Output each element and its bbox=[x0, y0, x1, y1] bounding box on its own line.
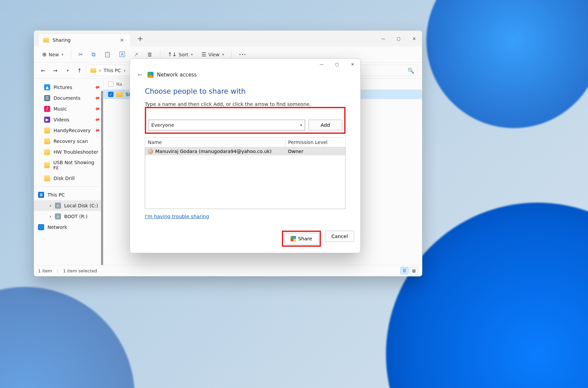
tiles-view-button[interactable]: ▦ bbox=[410, 267, 418, 274]
share-icon: ↗ bbox=[134, 51, 138, 58]
up-button[interactable]: ↑ bbox=[74, 65, 85, 76]
explorer-sidebar: ▲Pictures📌 ☰Documents📌 ♪Music📌 ▶Videos📌 … bbox=[34, 79, 103, 265]
sidebar-item-network[interactable]: ›🌐Network bbox=[34, 222, 103, 233]
tab-close-button[interactable]: ✕ bbox=[118, 37, 126, 43]
cut-button[interactable]: ✂ bbox=[75, 49, 86, 60]
sidebar-item-folder[interactable]: Recovery scan bbox=[34, 136, 103, 147]
trouble-sharing-link[interactable]: I'm having trouble sharing bbox=[145, 214, 346, 219]
paste-button[interactable]: 📋 bbox=[101, 49, 114, 60]
chevron-right-icon: › bbox=[37, 225, 39, 230]
chevron-down-icon: ▾ bbox=[300, 123, 302, 127]
sidebar-item-folder[interactable]: Disk Drill bbox=[34, 173, 103, 184]
sidebar-item-label: This PC bbox=[47, 192, 65, 198]
new-button[interactable]: ⊕New▾ bbox=[39, 49, 67, 60]
dialog-close-button[interactable]: ✕ bbox=[345, 59, 360, 70]
cut-icon: ✂ bbox=[78, 51, 83, 58]
minimize-button[interactable]: — bbox=[375, 32, 391, 46]
window-caption-buttons: — ▢ ✕ bbox=[375, 32, 422, 46]
column-name[interactable]: Name bbox=[145, 138, 286, 147]
sidebar-item-label: Documents bbox=[54, 95, 80, 101]
sidebar-item-documents[interactable]: ☰Documents📌 bbox=[34, 93, 103, 103]
sidebar-item-drive[interactable]: ›⌾Local Disk (C:) bbox=[34, 200, 103, 211]
chevron-down-icon: ▾ bbox=[222, 53, 224, 56]
explorer-tab[interactable]: Sharing ✕ bbox=[38, 33, 131, 47]
music-icon: ♪ bbox=[44, 106, 50, 112]
search-input[interactable]: 🔍 bbox=[351, 65, 418, 76]
dialog-caption: — ▢ ✕ bbox=[130, 59, 360, 70]
chevron-right-icon: › bbox=[50, 214, 52, 219]
tab-title: Sharing bbox=[53, 37, 115, 43]
back-button[interactable]: ← bbox=[38, 65, 48, 76]
folder-icon bbox=[44, 175, 50, 181]
people-combobox[interactable]: Everyone ▾ bbox=[148, 120, 305, 130]
overflow-button[interactable]: ··· bbox=[236, 50, 250, 59]
view-switcher: ☰ ▦ bbox=[400, 267, 418, 274]
folder-icon bbox=[43, 38, 49, 42]
breadcrumb-root[interactable]: This PC bbox=[104, 68, 121, 73]
dialog-maximize-button[interactable]: ▢ bbox=[329, 59, 345, 70]
share-label: Share bbox=[298, 236, 312, 241]
folder-icon bbox=[90, 68, 96, 73]
chevron-down-icon: ▾ bbox=[67, 68, 69, 73]
sort-label: Sort bbox=[179, 52, 189, 57]
user-icon bbox=[148, 149, 153, 154]
sidebar-item-folder[interactable]: USB Not Showing Fil bbox=[34, 157, 103, 173]
chevron-down-icon: ▾ bbox=[191, 53, 193, 56]
dialog-title: Network access bbox=[157, 72, 197, 78]
details-view-button[interactable]: ☰ bbox=[400, 267, 409, 274]
rename-icon: 🄰 bbox=[120, 51, 125, 58]
sort-icon: ↑↓ bbox=[168, 51, 177, 58]
paste-icon: 📋 bbox=[104, 51, 111, 58]
explorer-statusbar: 1 item | 1 item selected ☰ ▦ bbox=[34, 265, 422, 276]
sidebar-item-videos[interactable]: ▶Videos📌 bbox=[34, 114, 103, 125]
dialog-minimize-button[interactable]: — bbox=[314, 59, 329, 70]
sidebar-item-label: Videos bbox=[54, 117, 69, 122]
videos-icon: ▶ bbox=[44, 117, 50, 123]
scrollbar-thumb[interactable] bbox=[101, 91, 103, 265]
disk-icon: ⌾ bbox=[55, 213, 61, 219]
add-button[interactable]: Add bbox=[308, 120, 342, 130]
chevron-down-icon: ⌄ bbox=[37, 192, 41, 197]
tutorial-highlight: Everyone ▾ Add bbox=[145, 107, 346, 134]
sidebar-item-folder[interactable]: HW Troubleshooter bbox=[34, 147, 103, 157]
pin-icon: 📌 bbox=[94, 116, 100, 123]
checkbox-checked-icon[interactable]: ✓ bbox=[108, 92, 113, 97]
sidebar-item-this-pc[interactable]: ⌄🖥This PC bbox=[34, 189, 103, 200]
combo-value: Everyone bbox=[151, 122, 174, 128]
table-row[interactable]: Manuviraj Godara (manugodara94@yahoo.co.… bbox=[145, 147, 346, 156]
sidebar-item-folder[interactable]: HandyRecovery📌 bbox=[34, 125, 103, 136]
status-selected-count: 1 item selected bbox=[63, 268, 97, 273]
recent-button[interactable]: ▾ bbox=[62, 65, 72, 76]
status-item-count: 1 item bbox=[38, 268, 52, 273]
view-label: View bbox=[208, 52, 220, 57]
dialog-footer: Share Cancel bbox=[130, 227, 360, 253]
pin-icon: 📌 bbox=[94, 84, 100, 91]
breadcrumb-chev: › bbox=[124, 68, 126, 73]
sidebar-item-pictures[interactable]: ▲Pictures📌 bbox=[34, 82, 103, 93]
sidebar-item-drive[interactable]: ›⌾BOOT (R:) bbox=[34, 211, 103, 222]
sidebar-item-label: Local Disk (C:) bbox=[64, 203, 98, 208]
cancel-button[interactable]: Cancel bbox=[325, 231, 354, 242]
documents-icon: ☰ bbox=[44, 95, 50, 101]
folder-icon bbox=[116, 92, 123, 97]
search-icon: 🔍 bbox=[407, 67, 414, 74]
chevron-down-icon: ▾ bbox=[62, 53, 63, 56]
column-permission[interactable]: Permission Level bbox=[285, 138, 346, 147]
forward-button[interactable]: → bbox=[50, 65, 60, 76]
folder-icon bbox=[44, 138, 50, 144]
maximize-button[interactable]: ▢ bbox=[391, 32, 406, 46]
select-all-checkbox[interactable] bbox=[108, 81, 113, 87]
new-tab-button[interactable]: + bbox=[137, 34, 143, 43]
sidebar-item-label: Network bbox=[47, 225, 67, 230]
rename-button[interactable]: 🄰 bbox=[116, 49, 128, 60]
sidebar-item-label: Music bbox=[54, 106, 67, 112]
copy-button[interactable]: ⧉ bbox=[88, 49, 99, 60]
column-name[interactable]: Na bbox=[116, 82, 122, 87]
close-button[interactable]: ✕ bbox=[406, 32, 422, 46]
sidebar-item-label: HandyRecovery bbox=[54, 128, 91, 133]
permission-level: Owner bbox=[285, 147, 346, 156]
dialog-subtext: Type a name and then click Add, or click… bbox=[145, 101, 346, 107]
share-button[interactable]: Share bbox=[284, 233, 319, 244]
dialog-back-button[interactable]: ← bbox=[135, 71, 144, 78]
sidebar-item-music[interactable]: ♪Music📌 bbox=[34, 103, 103, 114]
